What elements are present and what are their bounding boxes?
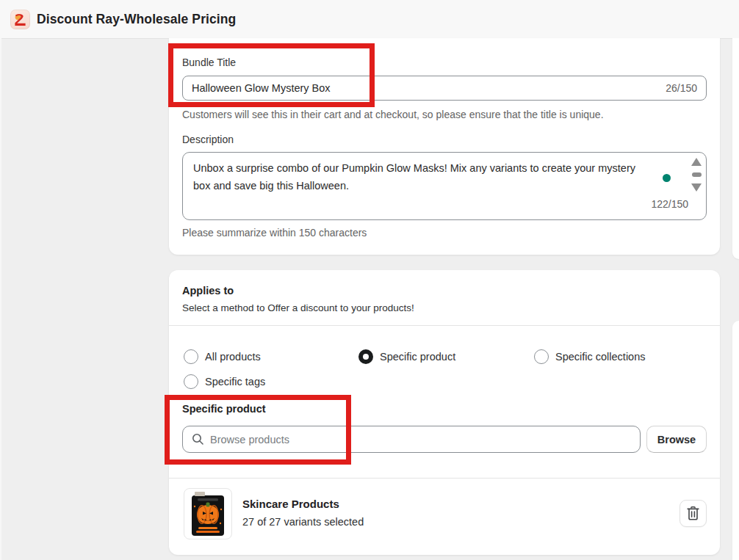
radio-label[interactable]: Specific product: [380, 351, 455, 363]
bundle-details-card: Bundle Title 26/150 Customers will see t…: [169, 38, 720, 255]
description-counter: 122/150: [651, 198, 688, 210]
radio-button[interactable]: [534, 349, 549, 364]
pumpkin-mask-package-icon: [187, 490, 228, 537]
delete-product-button[interactable]: [679, 500, 707, 527]
radio-button[interactable]: [184, 349, 198, 364]
radio-label[interactable]: Specific tags: [205, 376, 265, 388]
textarea-scrollbar[interactable]: [691, 158, 702, 192]
description-label: Description: [182, 134, 234, 145]
trash-icon: [687, 506, 699, 520]
bundle-title-help-text: Customers will see this in their cart an…: [182, 109, 707, 120]
app-logo-icon: [10, 10, 30, 29]
scrollbar-thumb[interactable]: [692, 172, 702, 177]
radio-button[interactable]: [184, 374, 198, 389]
right-partial-card-bottom: [732, 321, 739, 560]
description-text[interactable]: Unbox a surprise combo of our Pumpkin Gl…: [193, 159, 635, 194]
radio-specific-tags[interactable]: Specific tags: [184, 374, 265, 389]
product-search-field[interactable]: [182, 426, 641, 453]
specific-product-label: Specific product: [182, 403, 266, 415]
applies-to-subheading: Select a method to Offer a discount to y…: [182, 302, 414, 313]
product-name: Skincare Products: [242, 498, 339, 510]
browse-button[interactable]: Browse: [646, 426, 707, 453]
left-page-edge: [0, 38, 1, 560]
radio-label[interactable]: Specific collections: [555, 351, 646, 363]
radio-specific-product[interactable]: Specific product: [358, 349, 455, 364]
radio-button[interactable]: [358, 349, 373, 364]
product-search-input[interactable]: [204, 426, 640, 452]
page-title: Discount Ray-Wholesale Pricing: [37, 12, 236, 27]
bundle-title-input[interactable]: [183, 76, 666, 100]
radio-specific-collections[interactable]: Specific collections: [534, 349, 646, 364]
applies-to-heading: Applies to: [182, 285, 234, 297]
bundle-title-label: Bundle Title: [182, 57, 236, 68]
section-divider: [169, 325, 720, 326]
product-thumbnail: [184, 488, 232, 539]
right-partial-card-top: [732, 38, 739, 259]
radio-label[interactable]: All products: [205, 351, 261, 363]
search-icon: [192, 433, 204, 446]
scroll-up-icon[interactable]: [691, 158, 702, 166]
radio-all-products[interactable]: All products: [184, 349, 261, 364]
scroll-down-icon[interactable]: [691, 183, 702, 192]
description-help-text: Please summarize within 150 characters: [182, 227, 367, 239]
product-variants-text: 27 of 27 variants selected: [242, 516, 364, 528]
section-divider: [169, 478, 720, 479]
description-textarea[interactable]: Unbox a surprise combo of our Pumpkin Gl…: [182, 152, 707, 220]
applies-to-card: Applies to Select a method to Offer a di…: [169, 270, 720, 555]
bundle-title-field[interactable]: 26/150: [182, 76, 707, 101]
app-header: Discount Ray-Wholesale Pricing: [0, 0, 739, 39]
bundle-title-counter: 26/150: [666, 82, 706, 94]
teal-dot-indicator: [663, 174, 671, 182]
